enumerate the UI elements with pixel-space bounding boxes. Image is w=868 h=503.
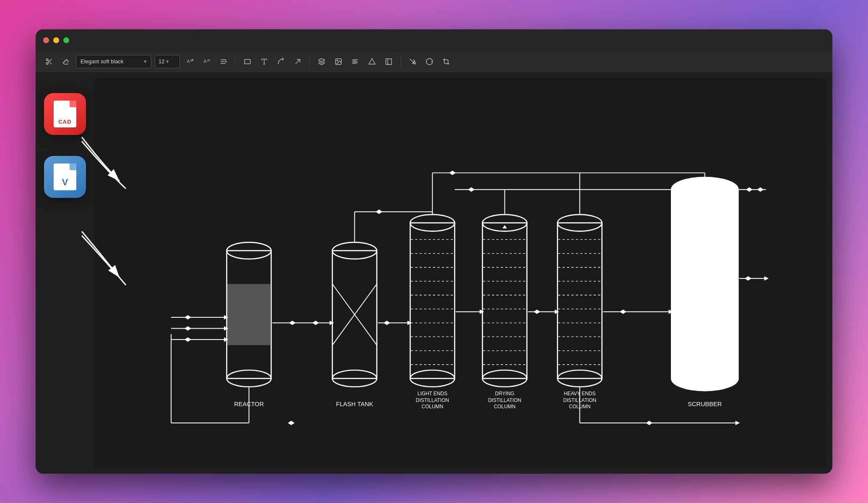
visio-file-shape: V [54, 163, 76, 190]
layers-button[interactable] [315, 56, 328, 67]
align-left-button[interactable] [348, 56, 362, 67]
visio-label: V [62, 177, 68, 188]
fill-color-button[interactable] [406, 56, 419, 67]
svg-marker-28 [369, 58, 375, 64]
minimize-button[interactable] [53, 37, 59, 43]
crop-button[interactable] [439, 56, 453, 67]
visio-app-icon[interactable]: V [44, 156, 86, 198]
titlebar [36, 29, 832, 51]
main-area: CAD V [36, 72, 832, 474]
svg-rect-39 [227, 284, 270, 345]
maximize-button[interactable] [63, 37, 69, 43]
scissors-button[interactable] [42, 56, 56, 67]
canvas-area[interactable]: REACTOR FLASH TANK [94, 78, 826, 467]
svg-text:FLASH TANK: FLASH TANK [336, 401, 373, 407]
font-dropdown-arrow: ▾ [144, 58, 147, 65]
svg-line-20 [296, 59, 300, 64]
svg-line-4 [48, 60, 49, 62]
size-dropdown-arrow: ▾ [166, 58, 169, 65]
svg-marker-21 [319, 58, 325, 62]
separator-1 [235, 56, 236, 67]
decrease-font-button[interactable]: A A [200, 56, 213, 67]
svg-point-97 [671, 366, 738, 391]
svg-text:COLUMN: COLUMN [421, 404, 443, 410]
svg-text:DISTILLATION: DISTILLATION [488, 397, 521, 403]
svg-text:DISTILLATION: DISTILLATION [416, 397, 449, 403]
svg-line-3 [50, 62, 52, 64]
text-tool[interactable] [257, 56, 271, 67]
svg-point-0 [46, 59, 48, 61]
svg-text:A: A [187, 59, 190, 64]
svg-text:COLUMN: COLUMN [494, 404, 516, 410]
svg-point-23 [337, 60, 338, 61]
pfd-diagram: REACTOR FLASH TANK [94, 78, 826, 467]
font-size-select[interactable]: 12 ▾ [155, 55, 180, 68]
font-size-label: 12 [159, 58, 164, 65]
image-button[interactable] [332, 56, 345, 67]
circle-button[interactable] [423, 56, 436, 67]
eraser-button[interactable] [59, 56, 73, 67]
svg-text:DRYING: DRYING [495, 391, 514, 397]
svg-line-5 [64, 60, 67, 62]
panel-button[interactable] [382, 56, 395, 67]
visio-icon-inner: V [54, 163, 76, 190]
separator-3 [400, 56, 401, 67]
increase-font-button[interactable]: A A [183, 56, 197, 67]
align-button[interactable] [217, 56, 230, 67]
arrow-tool[interactable] [291, 56, 304, 67]
font-name-label: Elegant soft black [81, 58, 124, 65]
svg-point-1 [46, 62, 48, 65]
cad-file-shape: CAD [54, 101, 76, 127]
rectangle-tool[interactable] [241, 56, 254, 67]
close-button[interactable] [43, 37, 49, 43]
svg-text:A: A [207, 59, 209, 62]
cad-icon-inner: CAD [54, 101, 76, 127]
connector-tool[interactable] [274, 56, 288, 67]
svg-rect-29 [386, 59, 392, 65]
svg-text:A: A [190, 59, 192, 62]
svg-rect-16 [244, 59, 250, 64]
app-window: Elegant soft black ▾ 12 ▾ A A A A [36, 29, 832, 474]
cad-app-icon[interactable]: CAD [44, 93, 86, 135]
svg-text:LIGHT ENDS: LIGHT ENDS [418, 391, 447, 397]
svg-rect-95 [671, 189, 738, 379]
separator-2 [309, 56, 310, 67]
svg-text:SCRUBBER: SCRUBBER [688, 401, 722, 407]
font-select[interactable]: Elegant soft black ▾ [76, 55, 151, 68]
cad-label: CAD [58, 119, 71, 125]
toolbar: Elegant soft black ▾ 12 ▾ A A A A [36, 51, 832, 72]
svg-text:A: A [204, 59, 207, 64]
triangle-button[interactable] [365, 56, 379, 67]
